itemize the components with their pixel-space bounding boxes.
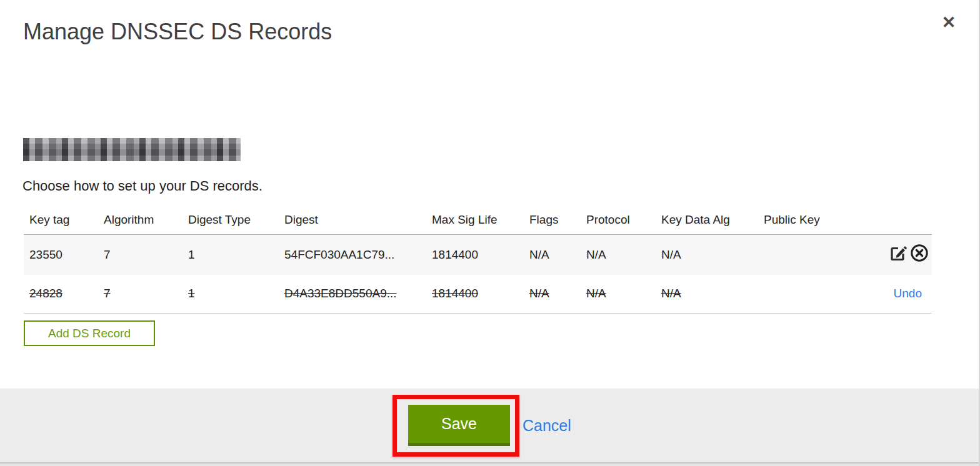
col-header-public-key: Public Key	[758, 207, 851, 235]
ds-records-table: Key tag Algorithm Digest Type Digest Max…	[24, 207, 932, 314]
max-sig-life-value: 1814400	[432, 287, 478, 300]
key-data-alg-value: N/A	[661, 248, 681, 261]
digest-type-value: 1	[188, 287, 195, 300]
flags-value: N/A	[529, 248, 549, 261]
table-row: 23550 7 1 54FCF030AA1C79... 1814400 N/A …	[24, 235, 932, 275]
max-sig-life-value: 1814400	[432, 248, 478, 261]
page-title: Manage DNSSEC DS Records	[23, 19, 332, 45]
algorithm-value: 7	[104, 287, 111, 300]
protocol-value: N/A	[586, 248, 606, 261]
key-tag-value: 24828	[29, 287, 62, 300]
bottom-edge-divider	[0, 462, 980, 466]
digest-value: 54FCF030AA1C79...	[284, 248, 394, 261]
col-header-flags: Flags	[524, 207, 581, 235]
key-data-alg-value: N/A	[661, 287, 681, 300]
add-ds-record-button[interactable]: Add DS Record	[24, 320, 155, 346]
key-tag-value: 23550	[29, 248, 62, 261]
digest-type-value: 1	[188, 248, 195, 261]
instruction-text: Choose how to set up your DS records.	[22, 178, 262, 194]
save-button[interactable]: Save	[408, 405, 510, 446]
table-row-deleted: 24828 7 1 D4A33E8DD550A9... 1814400 N/A …	[24, 275, 932, 314]
col-header-max-sig-life: Max Sig Life	[426, 207, 524, 235]
col-header-algorithm: Algorithm	[98, 207, 182, 235]
col-header-key-tag: Key tag	[24, 207, 98, 235]
undo-link[interactable]: Undo	[894, 287, 929, 300]
algorithm-value: 7	[104, 248, 111, 261]
col-header-key-data-alg: Key Data Alg	[656, 207, 758, 235]
col-header-digest-type: Digest Type	[182, 207, 279, 235]
edit-record-icon[interactable]	[888, 243, 908, 263]
col-header-digest: Digest	[279, 207, 426, 235]
delete-record-icon[interactable]	[909, 243, 929, 263]
dnssec-modal: Manage DNSSEC DS Records ✕ Choose how to…	[0, 0, 980, 466]
table-header-row: Key tag Algorithm Digest Type Digest Max…	[24, 207, 932, 235]
digest-value: D4A33E8DD550A9...	[284, 287, 397, 300]
close-icon[interactable]: ✕	[939, 12, 959, 32]
cancel-link[interactable]: Cancel	[522, 417, 571, 435]
col-header-actions	[851, 207, 932, 235]
flags-value: N/A	[529, 287, 549, 300]
col-header-protocol: Protocol	[581, 207, 656, 235]
redacted-domain-name	[23, 138, 241, 161]
protocol-value: N/A	[586, 287, 606, 300]
